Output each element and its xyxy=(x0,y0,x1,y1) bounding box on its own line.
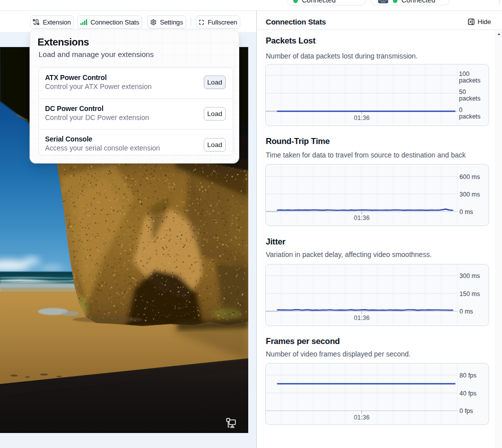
svg-text:0: 0 xyxy=(459,106,462,114)
svg-text:01:36: 01:36 xyxy=(354,414,369,421)
svg-text:600 ms: 600 ms xyxy=(459,174,480,180)
svg-text:01:36: 01:36 xyxy=(354,114,369,122)
svg-text:01:36: 01:36 xyxy=(354,314,369,322)
svg-text:40 fps: 40 fps xyxy=(459,390,476,397)
svg-text:packets: packets xyxy=(459,77,480,84)
svg-text:packets: packets xyxy=(459,113,480,120)
svg-text:0 fps: 0 fps xyxy=(459,408,473,414)
svg-text:50: 50 xyxy=(459,88,466,96)
svg-text:01:36: 01:36 xyxy=(354,214,369,222)
svg-text:80 fps: 80 fps xyxy=(459,372,476,379)
svg-text:0 ms: 0 ms xyxy=(459,208,473,216)
svg-text:100: 100 xyxy=(459,70,469,78)
svg-text:300 ms: 300 ms xyxy=(459,272,480,280)
svg-text:150 ms: 150 ms xyxy=(459,290,480,298)
svg-text:0 ms: 0 ms xyxy=(459,308,473,315)
svg-text:packets: packets xyxy=(459,95,480,102)
svg-text:300 ms: 300 ms xyxy=(459,191,480,198)
